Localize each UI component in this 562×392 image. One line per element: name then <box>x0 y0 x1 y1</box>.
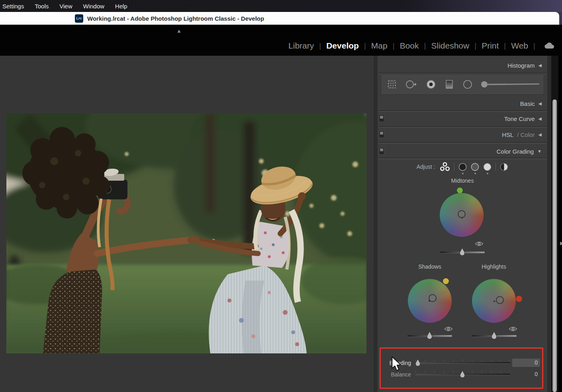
shadows-view-icon[interactable] <box>458 163 467 171</box>
panel-header-histogram[interactable]: Histogram ◀ <box>378 59 547 72</box>
radial-filter-icon[interactable] <box>462 78 474 92</box>
module-picker: Library | Develop | Map | Book | Slidesh… <box>288 39 555 53</box>
top-panel-collapse-arrow[interactable]: ▲ <box>176 28 182 34</box>
divider <box>454 163 454 171</box>
photo-canvas <box>6 113 366 353</box>
midtones-hue-dot[interactable] <box>457 187 463 193</box>
blending-ticks <box>415 359 510 361</box>
panel-toggle-switch[interactable] <box>379 115 384 122</box>
lightroom-app-icon: Lrc <box>75 14 83 23</box>
panel-divider <box>378 110 546 112</box>
module-tab-map[interactable]: Map <box>371 41 388 51</box>
window-title: Working.lrcat - Adobe Photoshop Lightroo… <box>87 15 264 22</box>
collapse-left-icon: ◀ <box>539 133 542 137</box>
blending-slider[interactable] <box>415 362 510 363</box>
color-label: / Color <box>517 131 535 138</box>
cloud-sync-icon[interactable] <box>543 42 555 50</box>
panel-header-hsl-color[interactable]: HSL / Color ◀ <box>378 128 547 141</box>
module-separator: | <box>533 41 535 50</box>
three-way-view-icon[interactable] <box>440 162 450 172</box>
midtones-luminance-thumb[interactable] <box>459 248 465 257</box>
panel-scrollbar[interactable] <box>551 56 558 392</box>
menu-item-window[interactable]: Window <box>83 3 104 10</box>
graduated-filter-icon[interactable] <box>444 78 455 92</box>
histogram-label: Histogram <box>507 62 535 69</box>
highlights-visibility-eye-icon[interactable] <box>509 326 517 333</box>
module-tab-library[interactable]: Library <box>288 41 314 51</box>
shadows-wheel-notch <box>429 300 430 302</box>
scrollbar-thumb[interactable] <box>552 99 557 392</box>
module-separator: | <box>424 41 426 50</box>
screen: Settings Tools View Window Help Lrc Work… <box>0 0 562 392</box>
module-separator: | <box>319 41 321 50</box>
basic-label: Basic <box>520 100 535 107</box>
blending-thumb[interactable] <box>415 359 421 368</box>
balance-value[interactable]: 0 <box>512 370 540 378</box>
module-tab-web[interactable]: Web <box>511 41 528 51</box>
mouse-cursor-arrow <box>391 356 403 374</box>
panel-toggle-switch[interactable] <box>379 147 384 155</box>
color-grading-adjust-row: Adjust : <box>378 160 547 173</box>
module-picker-bar: ▲ Library | Develop | Map | Book | Slide… <box>0 25 562 56</box>
panel-divider <box>378 126 546 128</box>
adjustment-brush-icon[interactable] <box>480 78 541 92</box>
toolstrip <box>381 76 544 95</box>
title-bar-row: Lrc Working.lrcat - Adobe Photoshop Ligh… <box>0 12 562 25</box>
develop-content-area <box>0 56 374 392</box>
highlights-view-icon[interactable] <box>483 163 492 171</box>
right-panel-column: Histogram ◀ <box>378 56 547 392</box>
divider <box>495 163 496 171</box>
module-tab-print[interactable]: Print <box>482 41 499 51</box>
balance-thumb[interactable] <box>460 371 465 380</box>
spot-removal-icon[interactable] <box>405 78 418 92</box>
right-panel: Histogram ◀ <box>374 56 562 392</box>
color-grading-label: Color Grading <box>497 148 534 155</box>
collapse-left-icon: ◀ <box>539 101 542 106</box>
right-panel-collapse-arrow[interactable]: ▶ <box>560 241 562 246</box>
blending-value[interactable]: 0 <box>512 359 540 367</box>
tone-curve-label: Tone Curve <box>504 115 535 122</box>
highlights-wheel-knob[interactable] <box>496 296 504 304</box>
midtones-label: Midtones <box>378 177 547 184</box>
panel-header-basic[interactable]: Basic ◀ <box>378 97 547 110</box>
red-eye-correction-icon[interactable] <box>425 78 437 92</box>
global-view-icon[interactable] <box>500 163 508 171</box>
highlights-wheel-notch <box>493 300 495 302</box>
menu-item-view[interactable]: View <box>59 3 72 10</box>
panel-divider <box>378 142 546 144</box>
shadows-visibility-eye-icon[interactable] <box>444 326 453 333</box>
module-tab-book[interactable]: Book <box>400 41 419 51</box>
shadows-luminance-thumb[interactable] <box>427 332 433 341</box>
panel-edge-strip: ▶ <box>558 56 562 392</box>
adjust-label: Adjust : <box>417 164 435 170</box>
highlights-label: Highlights <box>442 263 546 270</box>
module-tab-develop[interactable]: Develop <box>326 41 359 51</box>
crop-overlay-icon[interactable] <box>386 78 398 92</box>
collapse-left-icon: ◀ <box>539 117 542 121</box>
shadows-hue-dot[interactable] <box>443 278 449 284</box>
midtones-visibility-eye-icon[interactable] <box>475 241 484 248</box>
menu-item-settings[interactable]: Settings <box>2 3 24 10</box>
panel-divider <box>378 73 546 74</box>
window-title-bar[interactable]: Lrc Working.lrcat - Adobe Photoshop Ligh… <box>0 12 559 25</box>
panel-divider <box>378 158 546 159</box>
menu-item-help[interactable]: Help <box>115 3 127 10</box>
panel-header-tone-curve[interactable]: Tone Curve ◀ <box>378 112 547 125</box>
module-separator: | <box>504 41 506 50</box>
panel-toggle-switch[interactable] <box>379 131 384 138</box>
menu-item-tools[interactable]: Tools <box>35 3 49 10</box>
highlights-hue-dot[interactable] <box>516 296 522 302</box>
module-separator: | <box>393 41 395 50</box>
hsl-label: HSL <box>502 131 513 138</box>
collapse-left-icon: ◀ <box>539 63 542 68</box>
panel-header-color-grading[interactable]: Color Grading ▼ <box>378 145 547 158</box>
module-separator: | <box>364 41 366 50</box>
highlights-luminance-thumb[interactable] <box>491 332 497 341</box>
midtones-view-icon[interactable] <box>471 163 479 171</box>
midtones-wheel-notch <box>461 217 463 218</box>
module-separator: | <box>474 41 476 50</box>
menu-bar: Settings Tools View Window Help <box>0 0 562 12</box>
expand-down-icon: ▼ <box>537 149 542 154</box>
module-tab-slideshow[interactable]: Slideshow <box>431 41 469 51</box>
